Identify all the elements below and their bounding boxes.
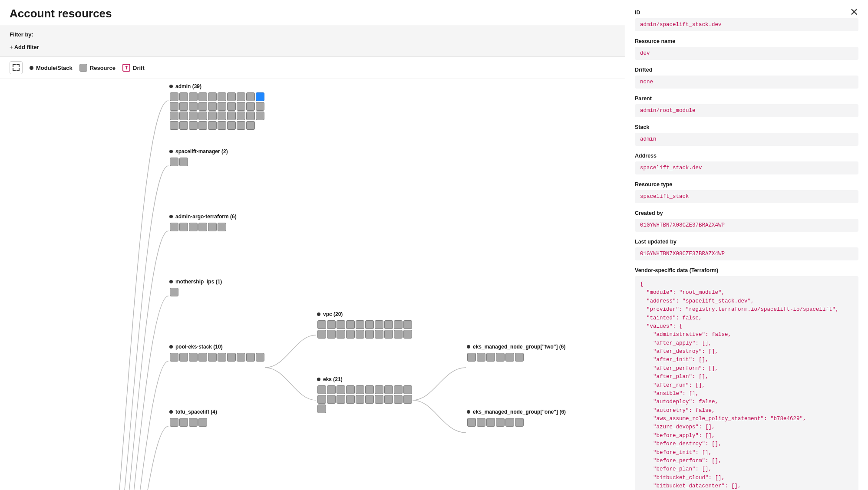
- resource-cell[interactable]: [179, 353, 188, 362]
- resource-cell[interactable]: [237, 92, 245, 101]
- resource-cell[interactable]: [170, 92, 178, 101]
- resource-cell[interactable]: [467, 353, 476, 362]
- resource-cell[interactable]: [179, 121, 188, 130]
- resource-cell[interactable]: [327, 320, 336, 329]
- resource-cell[interactable]: [237, 112, 245, 120]
- resource-cell[interactable]: [179, 418, 188, 427]
- resource-cell[interactable]: [237, 102, 245, 111]
- resource-cell[interactable]: [365, 385, 374, 394]
- resource-cell[interactable]: [227, 112, 236, 120]
- resource-cell[interactable]: [477, 353, 485, 362]
- resource-cell[interactable]: [246, 92, 255, 101]
- resource-cell[interactable]: [317, 320, 326, 329]
- resource-cell[interactable]: [189, 418, 198, 427]
- resource-cell[interactable]: [394, 395, 403, 404]
- resource-cell[interactable]: [394, 320, 403, 329]
- resource-cell[interactable]: [496, 418, 505, 427]
- resource-cell[interactable]: [515, 353, 524, 362]
- resource-cell[interactable]: [170, 418, 178, 427]
- resource-cell[interactable]: [365, 320, 374, 329]
- node-header[interactable]: vpc (20): [317, 311, 413, 317]
- fullscreen-button[interactable]: [10, 61, 23, 74]
- resource-cell[interactable]: [256, 112, 264, 120]
- resource-cell[interactable]: [189, 353, 198, 362]
- resource-cell[interactable]: [486, 353, 495, 362]
- resource-cell[interactable]: [403, 330, 412, 339]
- resource-cell[interactable]: [356, 385, 364, 394]
- resource-cell[interactable]: [189, 223, 198, 231]
- close-button[interactable]: ✕: [850, 7, 858, 17]
- resource-cell[interactable]: [198, 223, 207, 231]
- resource-cell[interactable]: [467, 418, 476, 427]
- resource-cell[interactable]: [208, 112, 217, 120]
- resource-cell[interactable]: [505, 418, 514, 427]
- resource-cell[interactable]: [317, 385, 326, 394]
- node-header[interactable]: pool-eks-stack (10): [169, 344, 265, 350]
- resource-cell[interactable]: [515, 418, 524, 427]
- resource-cell[interactable]: [337, 385, 345, 394]
- resource-cell[interactable]: [237, 121, 245, 130]
- resource-cell[interactable]: [170, 121, 178, 130]
- node-header[interactable]: mothership_ips (1): [169, 279, 222, 285]
- resource-cell[interactable]: [198, 112, 207, 120]
- resource-cell[interactable]: [246, 353, 255, 362]
- resource-cell[interactable]: [208, 102, 217, 111]
- resource-cell[interactable]: [198, 353, 207, 362]
- resource-cell[interactable]: [179, 102, 188, 111]
- resource-cell[interactable]: [256, 92, 264, 101]
- resource-cell[interactable]: [337, 395, 345, 404]
- node-header[interactable]: eks_managed_node_group["one"] (6): [467, 409, 566, 415]
- node-header[interactable]: spacelift-manager (2): [169, 148, 228, 155]
- resource-cell[interactable]: [189, 92, 198, 101]
- resource-cell[interactable]: [486, 418, 495, 427]
- node-header[interactable]: admin (39): [169, 83, 265, 89]
- resource-cell[interactable]: [346, 330, 355, 339]
- resource-cell[interactable]: [237, 353, 245, 362]
- resource-cell[interactable]: [170, 288, 178, 296]
- resource-cell[interactable]: [256, 353, 264, 362]
- resource-cell[interactable]: [179, 112, 188, 120]
- resource-cell[interactable]: [198, 121, 207, 130]
- resource-cell[interactable]: [218, 353, 226, 362]
- resource-cell[interactable]: [327, 385, 336, 394]
- resource-cell[interactable]: [218, 102, 226, 111]
- resource-cell[interactable]: [403, 385, 412, 394]
- resource-cell[interactable]: [317, 404, 326, 413]
- node-header[interactable]: admin-argo-terraform (6): [169, 214, 237, 220]
- resource-cell[interactable]: [179, 158, 188, 166]
- resource-cell[interactable]: [246, 112, 255, 120]
- resource-cell[interactable]: [246, 102, 255, 111]
- resource-cell[interactable]: [189, 121, 198, 130]
- resource-cell[interactable]: [208, 92, 217, 101]
- resource-cell[interactable]: [346, 320, 355, 329]
- resource-cell[interactable]: [327, 395, 336, 404]
- resource-cell[interactable]: [170, 112, 178, 120]
- resource-cell[interactable]: [246, 121, 255, 130]
- resource-cell[interactable]: [218, 92, 226, 101]
- resource-cell[interactable]: [384, 385, 393, 394]
- resource-cell[interactable]: [403, 320, 412, 329]
- resource-cell[interactable]: [198, 92, 207, 101]
- resource-cell[interactable]: [198, 102, 207, 111]
- resource-cell[interactable]: [346, 385, 355, 394]
- resource-cell[interactable]: [317, 330, 326, 339]
- resource-cell[interactable]: [375, 320, 383, 329]
- resource-cell[interactable]: [189, 112, 198, 120]
- resource-cell[interactable]: [227, 121, 236, 130]
- resource-cell[interactable]: [208, 223, 217, 231]
- resource-cell[interactable]: [365, 330, 374, 339]
- resource-cell[interactable]: [317, 395, 326, 404]
- resource-cell[interactable]: [356, 330, 364, 339]
- resource-cell[interactable]: [327, 330, 336, 339]
- resource-cell[interactable]: [356, 320, 364, 329]
- resource-cell[interactable]: [208, 121, 217, 130]
- resource-cell[interactable]: [170, 223, 178, 231]
- node-header[interactable]: eks_managed_node_group["two"] (6): [467, 344, 565, 350]
- node-header[interactable]: eks (21): [317, 376, 413, 382]
- resource-graph-canvas[interactable]: admin (39)spacelift-manager (2)admin-arg…: [0, 79, 625, 490]
- resource-cell[interactable]: [337, 320, 345, 329]
- resource-cell[interactable]: [477, 418, 485, 427]
- resource-cell[interactable]: [170, 102, 178, 111]
- resource-cell[interactable]: [496, 353, 505, 362]
- resource-cell[interactable]: [227, 353, 236, 362]
